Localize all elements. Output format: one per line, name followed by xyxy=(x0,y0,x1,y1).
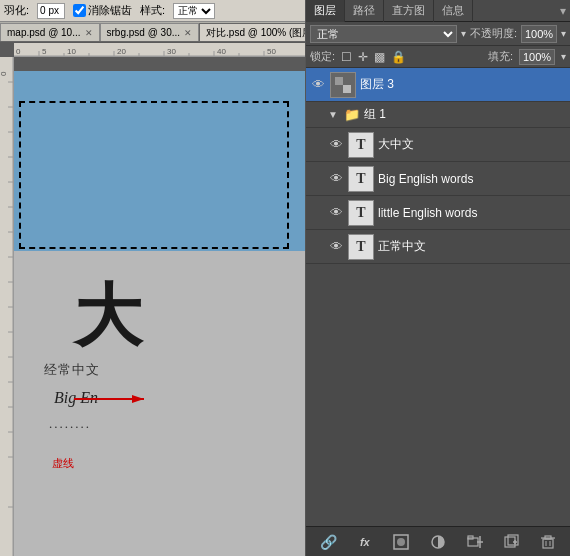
svg-text:40: 40 xyxy=(217,47,226,56)
layer-item-dachinese[interactable]: 👁 T 大中文 xyxy=(306,128,570,162)
layer-item-layer3[interactable]: 👁 图层 3 xyxy=(306,68,570,102)
svg-text:0: 0 xyxy=(16,47,21,56)
layer-name-dachinese: 大中文 xyxy=(378,136,566,153)
mask-btn[interactable] xyxy=(390,531,412,553)
panel-tab-layers[interactable]: 图层 xyxy=(306,0,345,22)
ruler-vertical: 0 xyxy=(0,57,14,556)
blend-mode-select[interactable]: 正常 xyxy=(310,25,457,43)
delete-layer-btn[interactable] xyxy=(537,531,559,553)
antialias-checkbox[interactable]: 消除锯齿 xyxy=(73,3,132,18)
lock-all-icon[interactable]: 🔒 xyxy=(391,50,406,64)
svg-point-44 xyxy=(397,538,405,546)
blend-row: 正常 ▾ 不透明度: ▾ xyxy=(306,22,570,46)
canvas-area[interactable]: 大 经常中文 Big En∙∙∙∙∙ ∙∙∙∙∙∙∙∙ 虚线 xyxy=(0,57,305,556)
canvas-dotted-row: ∙∙∙∙∙∙∙∙ xyxy=(49,419,91,435)
folder-icon: 📁 xyxy=(344,107,360,122)
svg-rect-41 xyxy=(335,77,343,85)
svg-text:30: 30 xyxy=(167,47,176,56)
adjustment-btn[interactable] xyxy=(427,531,449,553)
layer-name-littleenglish: little English words xyxy=(378,206,566,220)
feather-label: 羽化: xyxy=(4,3,29,18)
svg-text:5: 5 xyxy=(42,47,47,56)
canvas-big-char: 大 xyxy=(74,271,142,362)
layers-list[interactable]: 👁 图层 3 ▼ 📁 组 1 👁 T xyxy=(306,68,570,526)
tab-srbg[interactable]: srbg.psd @ 30... ✕ xyxy=(100,23,200,41)
panel-tabs: 图层 路径 直方图 信息 ▾ xyxy=(306,0,570,22)
layer-eye-bigenglish[interactable]: 👁 xyxy=(328,171,344,187)
blend-arrow[interactable]: ▾ xyxy=(461,28,466,39)
opacity-label: 不透明度: xyxy=(470,26,517,41)
red-arrow xyxy=(74,389,154,409)
fx-btn[interactable]: fx xyxy=(354,531,376,553)
svg-rect-54 xyxy=(543,539,553,548)
layer-thumb-dachinese: T xyxy=(348,132,374,158)
new-layer-btn[interactable] xyxy=(500,531,522,553)
feather-input[interactable] xyxy=(37,3,65,19)
svg-text:0: 0 xyxy=(0,71,8,76)
layer-group-row[interactable]: ▼ 📁 组 1 xyxy=(306,102,570,128)
lock-move-icon[interactable]: ✛ xyxy=(358,50,368,64)
lock-check-icon[interactable]: ☐ xyxy=(341,50,352,64)
ruler-horizontal: 0 5 10 20 30 40 50 xyxy=(14,43,305,57)
xuxian-annotation: 虚线 xyxy=(52,456,74,471)
fill-input[interactable] xyxy=(519,49,555,65)
style-label: 样式: xyxy=(140,3,165,18)
tab-close-map[interactable]: ✕ xyxy=(85,28,93,38)
layer-name-normalchinese: 正常中文 xyxy=(378,238,566,255)
fill-arrow[interactable]: ▾ xyxy=(561,51,566,62)
layer-item-bigenglish[interactable]: 👁 T Big English words xyxy=(306,162,570,196)
canvas-chinese-small: 经常中文 xyxy=(44,361,100,379)
layer-thumb-bigenglish: T xyxy=(348,166,374,192)
svg-text:10: 10 xyxy=(67,47,76,56)
svg-text:50: 50 xyxy=(267,47,276,56)
xuxian-label: 虚线 xyxy=(52,456,74,471)
dashed-selection xyxy=(19,101,289,249)
canvas-content: 大 经常中文 Big En∙∙∙∙∙ ∙∙∙∙∙∙∙∙ 虚线 xyxy=(14,71,305,556)
layer-thumb-littleenglish: T xyxy=(348,200,374,226)
style-select[interactable]: 正常 xyxy=(173,3,215,19)
layer-name-bigenglish: Big English words xyxy=(378,172,566,186)
layer-eye-layer3[interactable]: 👁 xyxy=(310,77,326,93)
panel-tab-histogram[interactable]: 直方图 xyxy=(384,0,434,22)
panel-bottom-toolbar: 🔗 fx xyxy=(306,526,570,556)
panel-tab-info[interactable]: 信息 xyxy=(434,0,473,22)
link-layers-btn[interactable]: 🔗 xyxy=(317,531,339,553)
layer-item-normalchinese[interactable]: 👁 T 正常中文 xyxy=(306,230,570,264)
layers-panel: 正常 ▾ 不透明度: ▾ 锁定: ☐ ✛ ▩ 🔒 填充: ▾ 👁 xyxy=(306,22,570,556)
new-group-btn[interactable] xyxy=(464,531,486,553)
layer-name-layer3: 图层 3 xyxy=(360,76,566,93)
group-expand-arrow[interactable]: ▼ xyxy=(328,109,338,120)
layer-item-littleenglish[interactable]: 👁 T little English words xyxy=(306,196,570,230)
fill-label: 填充: xyxy=(488,49,513,64)
opacity-input[interactable] xyxy=(521,25,557,43)
svg-text:20: 20 xyxy=(117,47,126,56)
lock-row: 锁定: ☐ ✛ ▩ 🔒 填充: ▾ xyxy=(306,46,570,68)
layer-thumb-layer3 xyxy=(330,72,356,98)
layer-eye-normalchinese[interactable]: 👁 xyxy=(328,239,344,255)
tab-map[interactable]: map.psd @ 10... ✕ xyxy=(0,23,100,41)
layer-eye-dachinese[interactable]: 👁 xyxy=(328,137,344,153)
opacity-arrow[interactable]: ▾ xyxy=(561,28,566,39)
group-name: 组 1 xyxy=(364,106,386,123)
layer-eye-littleenglish[interactable]: 👁 xyxy=(328,205,344,221)
panel-tab-paths[interactable]: 路径 xyxy=(345,0,384,22)
lock-paint-icon[interactable]: ▩ xyxy=(374,50,385,64)
lock-label: 锁定: xyxy=(310,49,335,64)
panel-menu-btn[interactable]: ▾ xyxy=(560,4,570,18)
right-panel: 图层 路径 直方图 信息 ▾ 正常 ▾ 不透明度: ▾ 锁定: ☐ ✛ xyxy=(305,0,570,556)
svg-rect-42 xyxy=(343,85,351,93)
layer-thumb-normalchinese: T xyxy=(348,234,374,260)
tab-close-srbg[interactable]: ✕ xyxy=(184,28,192,38)
